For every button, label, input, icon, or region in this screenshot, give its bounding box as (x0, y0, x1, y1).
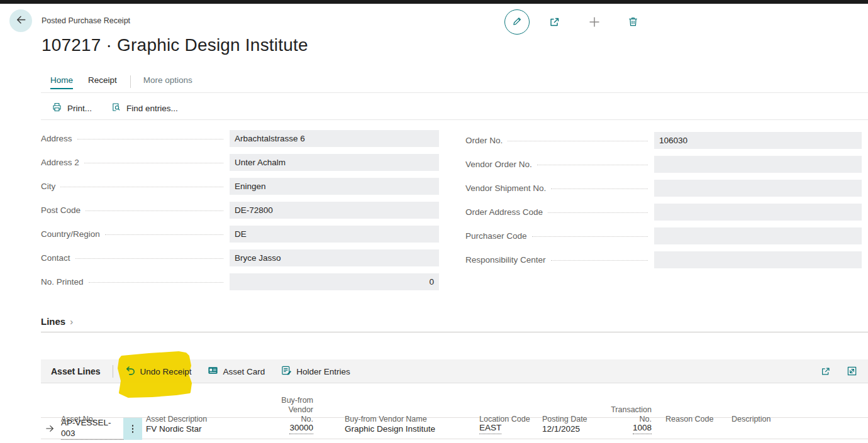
holder-entries-icon (281, 365, 292, 378)
dotted-leader (532, 236, 648, 237)
share-button[interactable] (548, 16, 561, 28)
print-button[interactable]: Print... (52, 102, 92, 114)
field-label: Contact (41, 253, 70, 263)
field-label: Country/Region (41, 229, 100, 239)
field-value-city[interactable]: Eningen (230, 178, 439, 195)
field-value-order-address-code[interactable] (654, 204, 862, 221)
field-value-post-code[interactable]: DE-72800 (230, 202, 439, 219)
undo-icon (125, 365, 136, 378)
back-button[interactable] (9, 9, 32, 32)
cell-reason-code[interactable] (654, 418, 725, 440)
field-label: City (41, 182, 55, 191)
field-value-vendor-shipment-no[interactable] (654, 180, 862, 197)
delete-button[interactable] (627, 16, 640, 28)
field-value-responsibility-center[interactable] (654, 251, 862, 268)
col-line: Transaction (604, 405, 652, 415)
cell-posting-date[interactable]: 12/1/2025 (538, 418, 604, 440)
field-label: Post Code (41, 205, 81, 215)
share-icon[interactable] (820, 366, 832, 377)
field-purchaser-code: Purchaser Code (465, 227, 862, 244)
divider-under-tabs (41, 92, 868, 93)
tab-strip: Home Receipt More options (50, 75, 192, 90)
field-label: Order Address Code (465, 207, 543, 217)
field-responsibility-center: Responsibility Center (465, 251, 862, 268)
table-header-row: Asset No. Asset Description Buy-from Ven… (41, 396, 868, 418)
general-fields-left: Address Arbachtalstrasse 6 Address 2 Unt… (41, 130, 439, 297)
general-fields-right: Order No. 106030 Vendor Order No. Vendor… (465, 132, 862, 275)
open-in-new-window-icon[interactable] (847, 366, 858, 377)
dotted-leader (537, 165, 648, 165)
find-entries-button[interactable]: Find entries... (111, 102, 178, 114)
window-top-strip (0, 0, 868, 4)
tab-receipt[interactable]: Receipt (88, 75, 117, 88)
dotted-leader (508, 141, 648, 141)
chevron-right-icon: › (70, 316, 73, 327)
tab-home[interactable]: Home (50, 75, 73, 89)
field-order-no: Order No. 106030 (465, 132, 862, 149)
edit-button[interactable] (504, 9, 530, 35)
field-value-country-region[interactable]: DE (230, 226, 439, 243)
location-code-link[interactable]: EAST (479, 423, 501, 434)
action-bar: Print... Find entries... (52, 98, 178, 118)
asset-card-button[interactable]: Asset Card (208, 365, 265, 378)
find-entries-label: Find entries... (126, 104, 178, 113)
field-value-purchaser-code[interactable] (654, 227, 862, 244)
cell-description[interactable] (725, 418, 794, 440)
dotted-leader (60, 187, 223, 187)
cell-filler (794, 418, 868, 440)
dotted-leader (75, 258, 223, 259)
divider-under-action-bar (41, 119, 868, 120)
field-contact: Contact Bryce Jasso (41, 249, 439, 266)
holder-entries-button[interactable]: Holder Entries (281, 365, 350, 378)
toolbar-right-icons (820, 366, 858, 377)
current-row-arrow-icon (41, 418, 58, 440)
tab-more-options[interactable]: More options (143, 75, 192, 88)
dotted-leader (551, 189, 648, 189)
divider-under-lines (41, 332, 868, 332)
field-label: Address 2 (41, 158, 79, 167)
row-more-options-button[interactable] (123, 418, 142, 440)
dotted-leader (77, 139, 223, 139)
field-value-vendor-order-no[interactable] (654, 156, 862, 173)
page-title: 107217 · Graphic Design Institute (42, 35, 308, 55)
field-post-code: Post Code DE-72800 (41, 202, 439, 219)
field-order-address-code: Order Address Code (465, 204, 862, 221)
page-caption: Posted Purchase Receipt (42, 16, 130, 25)
col-line: Buy-from (277, 396, 313, 405)
cell-transaction-no: 1008 (604, 418, 654, 440)
field-vendor-shipment-no: Vendor Shipment No. (465, 180, 862, 197)
field-label: Vendor Order No. (465, 160, 532, 169)
plus-icon (588, 21, 601, 30)
vendor-no-link[interactable]: 30000 (289, 423, 313, 434)
transaction-no-link[interactable]: 1008 (633, 423, 652, 434)
field-value-address-2[interactable]: Unter Achalm (230, 154, 439, 171)
field-address: Address Arbachtalstrasse 6 (41, 130, 439, 147)
field-no-printed: No. Printed 0 (41, 273, 439, 290)
undo-receipt-button[interactable]: Undo Receipt (125, 365, 192, 378)
print-label: Print... (67, 104, 92, 113)
holder-entries-label: Holder Entries (296, 367, 350, 376)
dotted-leader (89, 282, 223, 283)
printer-icon (52, 102, 62, 114)
dotted-leader (86, 211, 223, 211)
trash-icon (627, 20, 639, 30)
cell-asset-description[interactable]: FV Nordic Star (142, 418, 277, 440)
field-value-no-printed[interactable]: 0 (230, 273, 439, 290)
field-address-2: Address 2 Unter Achalm (41, 154, 439, 171)
vertical-ellipsis-icon (132, 425, 134, 433)
field-value-contact[interactable]: Bryce Jasso (230, 249, 439, 266)
dotted-leader (105, 234, 223, 235)
cell-buy-from-vendor-name[interactable]: Graphic Design Institute (322, 418, 475, 440)
edit-pencil-icon (511, 16, 523, 29)
field-city: City Eningen (41, 178, 439, 195)
field-value-address[interactable]: Arbachtalstrasse 6 (230, 130, 439, 147)
asset-no-link[interactable]: AP-VESSEL-003 (61, 418, 123, 440)
field-label: No. Printed (41, 277, 84, 287)
asset-lines-table: Asset No. Asset Description Buy-from Ven… (41, 396, 868, 439)
add-button[interactable] (588, 16, 601, 28)
asset-card-label: Asset Card (223, 367, 265, 376)
field-value-order-no[interactable]: 106030 (654, 132, 862, 149)
lines-section-header[interactable]: Lines› (41, 316, 73, 327)
share-icon (548, 21, 561, 30)
field-label: Purchaser Code (465, 231, 527, 241)
